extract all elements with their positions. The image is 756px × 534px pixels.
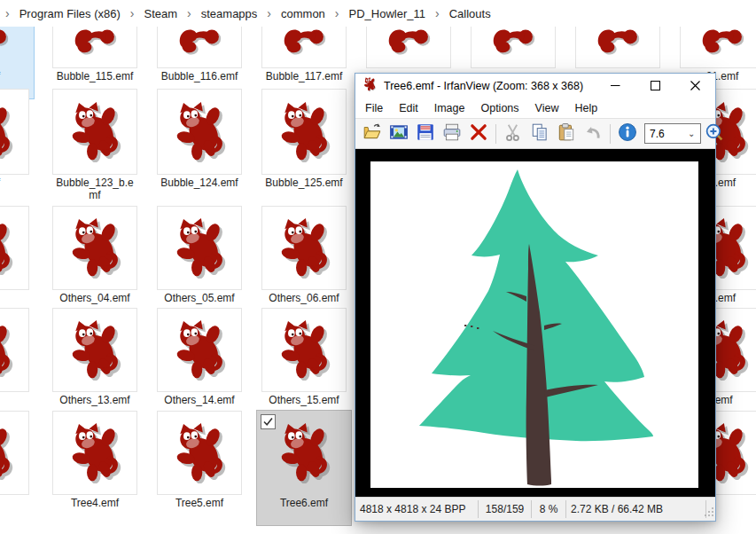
file-label: Tree5.emf	[152, 497, 246, 509]
menu-edit[interactable]: Edit	[391, 100, 426, 116]
file-cell-Others_15.emf[interactable]: Others_15.emf	[257, 308, 351, 422]
zoom-combobox[interactable]: 7.6⌄	[644, 123, 701, 144]
file-cell-Tree6.emf[interactable]: Tree6.emf	[257, 411, 351, 525]
irfanview-window: Tree6.emf - IrfanView (Zoom: 368 x 368) …	[355, 73, 716, 522]
file-label: Bubble_125.emf	[257, 177, 351, 189]
callout-cat-icon	[262, 218, 346, 279]
maximize-button[interactable]	[635, 74, 675, 98]
chevron-icon: ›	[258, 6, 280, 20]
pine-tree-image	[370, 161, 698, 488]
file-cell-3.emf[interactable]: 3.emf	[0, 89, 34, 205]
menu-help[interactable]: Help	[566, 100, 605, 116]
callout-blob-icon	[472, 29, 555, 56]
minimize-icon	[611, 78, 620, 94]
callout-cat-icon	[53, 102, 136, 162]
window-titlebar[interactable]: Tree6.emf - IrfanView (Zoom: 368 x 368)	[355, 74, 715, 98]
callout-blob-icon	[53, 29, 136, 56]
save-button[interactable]	[412, 122, 439, 146]
file-cell-mf[interactable]: mf	[0, 411, 34, 525]
file-label: 3.emf	[0, 177, 34, 189]
callout-blob-icon	[158, 29, 241, 56]
file-label: Others_04.emf	[48, 292, 142, 304]
file-cell-Others_06.emf[interactable]: Others_06.emf	[257, 206, 351, 320]
file-label: Bubble_123_b.emf	[48, 177, 142, 201]
zoom-in-button[interactable]	[704, 122, 725, 146]
breadcrumb-item-5[interactable]: Callouts	[448, 5, 492, 22]
breadcrumb-item-0[interactable]: Program Files (x86)	[19, 5, 121, 22]
chevron-icon[interactable]: ›	[0, 6, 19, 20]
callout-cat-icon	[262, 102, 346, 162]
file-cell-Bubble_123_b.emf[interactable]: Bubble_123_b.emf	[48, 89, 142, 205]
breadcrumb-item-2[interactable]: steamapps	[200, 5, 259, 22]
close-button[interactable]	[675, 74, 715, 98]
slideshow-button[interactable]	[386, 122, 412, 146]
file-thumbnail	[52, 206, 137, 290]
file-label: Tree4.emf	[48, 497, 142, 509]
file-cell-Tree4.emf[interactable]: Tree4.emf	[48, 411, 142, 525]
file-cell-Bubble_124.emf[interactable]: Bubble_124.emf	[152, 89, 246, 205]
file-cell-Bubble_125.emf[interactable]: Bubble_125.emf	[257, 89, 351, 205]
file-label: Bubble_116.emf	[152, 70, 246, 82]
file-label: Others_06.emf	[257, 292, 351, 304]
maximize-icon	[651, 78, 660, 94]
toolbar-separator	[495, 124, 496, 144]
file-cell-Others_05.emf[interactable]: Others_05.emf	[152, 206, 246, 320]
callout-cat-icon	[53, 218, 136, 279]
toolbar-separator	[610, 124, 611, 144]
menu-view[interactable]: View	[527, 100, 567, 116]
file-label: mf	[0, 497, 34, 509]
status-file-index: 158/159	[479, 500, 533, 518]
chevron-icon: ›	[121, 6, 144, 20]
chevron-icon: ›	[326, 6, 348, 20]
file-cell-Others_13.emf[interactable]: Others_13.emf	[48, 308, 142, 422]
info-button[interactable]	[614, 122, 641, 146]
file-thumbnail	[0, 308, 29, 392]
paste-icon	[557, 122, 576, 145]
copy-button[interactable]	[526, 122, 553, 146]
file-cell-Others_04.emf[interactable]: Others_04.emf	[48, 206, 142, 320]
resize-grip-icon[interactable]	[704, 507, 714, 520]
cut-button[interactable]	[500, 122, 526, 146]
callout-blob-icon	[576, 29, 659, 56]
breadcrumb-item-3[interactable]: common	[280, 5, 326, 22]
undo-button[interactable]	[580, 122, 606, 146]
breadcrumb: ›Program Files (x86)›Steam›steamapps›com…	[0, 0, 756, 27]
file-label: 3.emf	[0, 70, 34, 82]
copy-icon	[530, 122, 549, 145]
file-label: Bubble_115.emf	[48, 70, 142, 82]
status-bar: 4818 x 4818 x 24 BPP158/1598 %2.72 KB / …	[355, 497, 715, 521]
selection-checkbox[interactable]	[261, 414, 276, 429]
minimize-button[interactable]	[596, 74, 635, 98]
toolbar: 7.6⌄	[355, 118, 715, 149]
callout-cat-icon	[0, 102, 28, 162]
cut-icon	[503, 122, 523, 145]
callout-blob-icon	[367, 29, 450, 56]
callout-cat-icon	[53, 423, 136, 483]
file-label: Others_05.emf	[152, 292, 246, 304]
file-cell-Tree5.emf[interactable]: Tree5.emf	[152, 411, 246, 525]
file-thumbnail	[52, 308, 137, 392]
window-controls	[596, 74, 715, 98]
file-label: Bubble_117.emf	[257, 70, 351, 82]
file-label: .emf	[0, 394, 34, 406]
breadcrumb-item-4[interactable]: PD_Howler_11	[348, 5, 426, 22]
file-thumbnail	[157, 308, 242, 392]
paste-button[interactable]	[553, 122, 580, 146]
print-button[interactable]	[439, 122, 465, 146]
menu-options[interactable]: Options	[472, 100, 526, 116]
irfanview-app-icon	[362, 77, 377, 95]
menu-image[interactable]: Image	[426, 100, 473, 116]
delete-button[interactable]	[465, 122, 492, 146]
chevron-icon: ›	[178, 6, 200, 20]
menu-file[interactable]: File	[357, 100, 391, 116]
file-cell-.emf[interactable]: .emf	[0, 308, 34, 422]
file-cell-.emf[interactable]: .emf	[0, 206, 34, 320]
file-thumbnail	[0, 206, 29, 290]
breadcrumb-item-1[interactable]: Steam	[143, 5, 178, 22]
file-thumbnail	[52, 89, 137, 175]
file-cell-Others_14.emf[interactable]: Others_14.emf	[152, 308, 246, 422]
file-thumbnail	[261, 206, 347, 290]
callout-blob-icon	[0, 29, 28, 56]
open-button[interactable]	[359, 122, 386, 146]
callout-cat-icon	[53, 320, 136, 381]
